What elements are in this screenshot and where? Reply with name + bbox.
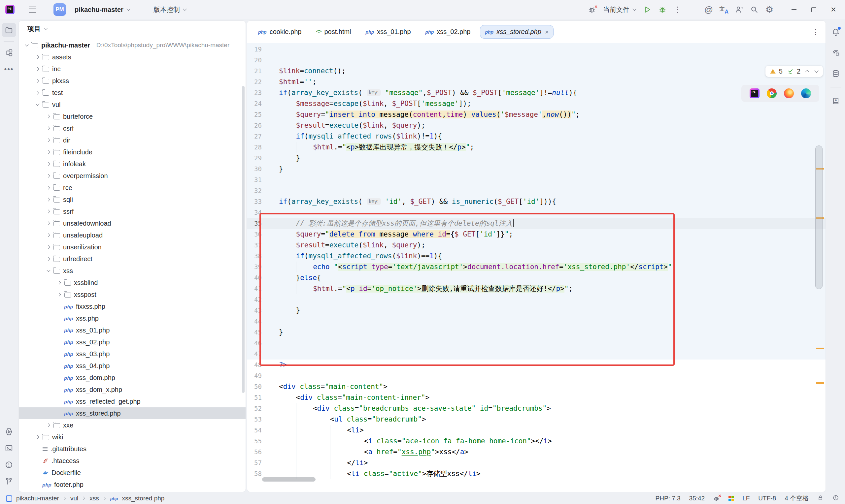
chevron-right-icon[interactable] <box>47 233 51 237</box>
caret-position-widget[interactable]: 35:42 <box>689 495 705 502</box>
chevron-right-icon[interactable] <box>36 55 40 59</box>
tree-item-sqli[interactable]: sqli <box>19 194 246 205</box>
code-line-25[interactable]: 25$query="insert into message(content,ti… <box>247 109 826 120</box>
tree-item-xss_04.php[interactable]: phpxss_04.php <box>19 360 246 372</box>
tree-item-ssrf[interactable]: ssrf <box>19 205 246 217</box>
debug-button[interactable] <box>656 3 669 16</box>
code-line-30[interactable]: 30} <box>247 164 826 175</box>
chevron-right-icon[interactable] <box>57 281 61 285</box>
chevron-right-icon[interactable] <box>57 292 61 296</box>
warning-stripe-mark[interactable] <box>816 382 824 384</box>
tree-item-xss_03.php[interactable]: phpxss_03.php <box>19 348 246 360</box>
code-line-55[interactable]: 55<i class="ace-icon fa fa-home home-ico… <box>247 436 826 447</box>
encoding-widget[interactable]: UTF-8 <box>758 495 776 502</box>
no-debug-listener-icon[interactable]: × <box>713 495 720 502</box>
tab-cookie.php[interactable]: phpcookie.php <box>253 25 306 39</box>
breadcrumb-item[interactable]: xss_stored.php <box>122 495 165 502</box>
chevron-right-icon[interactable] <box>47 114 51 119</box>
code-area[interactable]: 192021$link=connect();22$html='';23if(ar… <box>247 44 826 479</box>
tree-item-xss_dom_x.php[interactable]: phpxss_dom_x.php <box>19 384 246 395</box>
project-avatar[interactable]: PM <box>53 3 66 16</box>
code-line-28[interactable]: 28$html.="<p>数据库出现异常，提交失败！</p>"; <box>247 142 826 153</box>
code-line-32[interactable]: 32 <box>247 185 826 196</box>
tree-item-xss_stored.php[interactable]: phpxss_stored.php <box>19 407 246 419</box>
tab-xss_02.php[interactable]: phpxss_02.php <box>421 25 476 39</box>
tab-xss_stored.php[interactable]: phpxss_stored.php× <box>480 25 553 39</box>
warning-stripe-mark[interactable] <box>816 348 824 349</box>
vertical-scrollbar[interactable] <box>815 145 823 289</box>
more-actions-icon[interactable]: ⋮ <box>671 3 684 16</box>
tree-item-inc[interactable]: inc <box>19 63 246 75</box>
restore-button[interactable] <box>807 3 820 16</box>
tab-post.html[interactable]: <>post.html <box>311 25 356 39</box>
settings-gear-icon[interactable]: ⚙ <box>763 3 776 16</box>
status-breadcrumb[interactable]: pikachu-master vul xss php xss_stored.ph… <box>6 495 164 502</box>
horizontal-scrollbar[interactable] <box>262 477 316 482</box>
chevron-right-icon[interactable] <box>47 221 51 225</box>
tree-item-pkxss[interactable]: pkxss <box>19 75 246 87</box>
code-line-31[interactable]: 31 <box>247 175 826 185</box>
chevron-down-icon[interactable] <box>25 43 29 47</box>
previous-problem-icon[interactable] <box>805 69 810 74</box>
code-line-19[interactable]: 19 <box>247 44 826 55</box>
tree-item-xssblind[interactable]: xssblind <box>19 277 246 289</box>
chevron-right-icon[interactable] <box>47 210 51 213</box>
tree-item-burteforce[interactable]: burteforce <box>19 110 246 122</box>
project-selector[interactable]: pikachu-master <box>75 6 130 14</box>
tab-list-options-icon[interactable]: ⋮ <box>812 28 820 37</box>
code-line-43[interactable]: 43} <box>247 305 826 316</box>
code-line-49[interactable]: 49 <box>247 371 826 381</box>
code-line-35[interactable]: 35// 彩蛋:虽然这是个存储型xss的页面,但这里有个delete的sql注入 <box>247 218 826 229</box>
code-line-45[interactable]: 45} <box>247 327 826 338</box>
chevron-right-icon[interactable] <box>36 79 40 83</box>
event-log-icon[interactable] <box>832 494 839 503</box>
code-line-27[interactable]: 27if(mysqli_affected_rows($link)!=1){ <box>247 131 826 142</box>
code-line-40[interactable]: 40}else{ <box>247 272 826 283</box>
firefox-browser-icon[interactable] <box>784 88 794 98</box>
php-version-widget[interactable]: PHP: 7.3 <box>655 495 681 502</box>
database-tool-icon[interactable] <box>828 66 843 81</box>
vcs-menu[interactable]: 版本控制 <box>154 5 187 14</box>
tree-item-xss_01.php[interactable]: phpxss_01.php <box>19 324 246 336</box>
problems-tool-icon[interactable] <box>2 457 16 472</box>
code-line-20[interactable]: 20 <box>247 55 826 66</box>
code-line-24[interactable]: 24$message=escape($link, $_POST['message… <box>247 98 826 109</box>
chevron-right-icon[interactable] <box>36 435 40 439</box>
tree-item-wiki[interactable]: wiki <box>19 431 246 443</box>
tree-item-assets[interactable]: assets <box>19 51 246 63</box>
tree-item-test[interactable]: test <box>19 87 246 98</box>
main-menu-icon[interactable] <box>29 6 36 13</box>
tree-item-infoleak[interactable]: infoleak <box>19 158 246 170</box>
tree-item-Dockerfile[interactable]: Dockerfile <box>19 467 246 479</box>
readonly-lock-icon[interactable] <box>817 494 824 503</box>
code-line-54[interactable]: 54<li> <box>247 425 826 436</box>
chevron-right-icon[interactable] <box>47 126 51 130</box>
breadcrumb-item[interactable]: pikachu-master <box>16 495 59 502</box>
tree-item-pikachu-master[interactable]: pikachu-masterD:\0xTools\phpstudy_pro\WW… <box>19 39 246 51</box>
tree-item-xss_reflected_get.php[interactable]: phpxss_reflected_get.php <box>19 395 246 407</box>
git-tool-icon[interactable] <box>2 474 16 488</box>
chevron-right-icon[interactable] <box>36 91 40 95</box>
tree-item-xxe[interactable]: xxe <box>19 419 246 431</box>
close-button[interactable]: × <box>827 3 840 16</box>
close-tab-icon[interactable]: × <box>545 29 549 35</box>
services-tool-icon[interactable] <box>2 425 16 439</box>
code-line-22[interactable]: 22$html=''; <box>247 76 826 87</box>
code-line-42[interactable]: 42 <box>247 294 826 305</box>
code-line-39[interactable]: 39echo "<script type='text/javascript'>d… <box>247 262 826 272</box>
tree-item-xsspost[interactable]: xsspost <box>19 289 246 301</box>
search-icon[interactable] <box>748 3 760 16</box>
tree-item-urlredirect[interactable]: urlredirect <box>19 253 246 265</box>
chevron-down-icon[interactable] <box>36 103 40 107</box>
phpstorm-preview-icon[interactable] <box>750 88 759 98</box>
code-line-57[interactable]: 57</li> <box>247 457 826 468</box>
code-line-51[interactable]: 51<div class="main-content-inner"> <box>247 392 826 403</box>
chevron-right-icon[interactable] <box>47 423 51 427</box>
tree-item-xss_dom.php[interactable]: phpxss_dom.php <box>19 372 246 384</box>
chevron-right-icon[interactable] <box>47 138 51 142</box>
code-line-48[interactable]: 48?> <box>247 360 826 371</box>
tree-item-rce[interactable]: rce <box>19 182 246 194</box>
code-line-23[interactable]: 23if(array_key_exists( key: "message",$_… <box>247 87 826 98</box>
chevron-right-icon[interactable] <box>47 150 51 154</box>
code-line-50[interactable]: 50<div class="main-content"> <box>247 381 826 392</box>
